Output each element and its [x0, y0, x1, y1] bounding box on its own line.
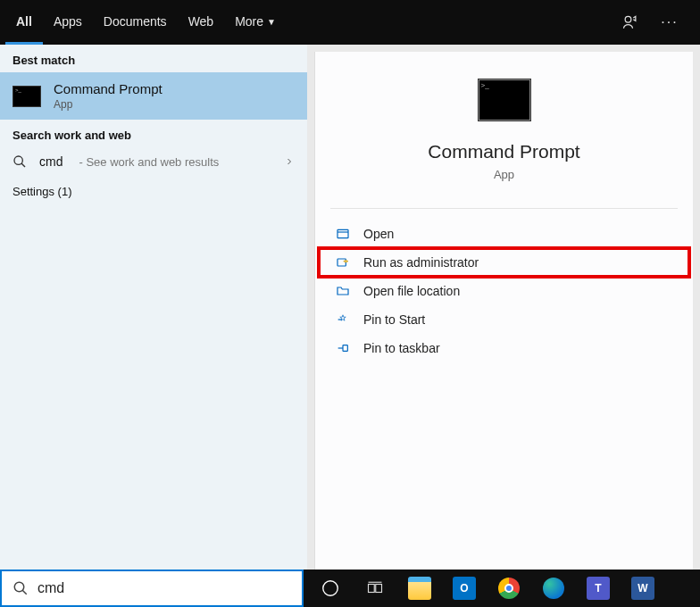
result-text: Command Prompt App	[54, 81, 162, 111]
tab-web-label: Web	[188, 14, 214, 29]
command-prompt-icon	[12, 86, 41, 107]
taskbar-file-explorer[interactable]	[398, 570, 441, 607]
svg-point-9	[14, 582, 24, 592]
teams-icon: T	[587, 577, 610, 600]
action-open-file-location[interactable]: Open file location	[319, 277, 689, 305]
result-subtitle: App	[54, 98, 162, 111]
tab-all[interactable]: All	[5, 0, 43, 45]
svg-point-0	[625, 16, 631, 22]
folder-location-icon	[335, 283, 351, 299]
tab-web[interactable]: Web	[178, 0, 225, 45]
svg-rect-8	[343, 345, 347, 352]
svg-rect-12	[369, 585, 375, 593]
taskbar: O T W	[304, 570, 700, 607]
taskbar-outlook[interactable]: O	[443, 570, 486, 607]
result-title: Command Prompt	[54, 81, 162, 96]
taskbar-chrome[interactable]	[488, 570, 530, 607]
taskbar-teams[interactable]: T	[577, 570, 620, 607]
search-web-header: Search work and web	[0, 120, 307, 147]
word-icon: W	[631, 577, 654, 600]
search-scope-tabs: All Apps Documents Web More ▼ ···	[0, 0, 700, 45]
preview-pane: Command Prompt App Open Run as administr…	[314, 52, 693, 570]
tab-documents-label: Documents	[104, 14, 167, 29]
app-preview-icon	[478, 79, 531, 121]
taskbar-cortana[interactable]	[309, 570, 352, 607]
outlook-icon: O	[453, 577, 476, 600]
app-preview-subtitle: App	[494, 168, 514, 181]
search-term-label: cmd	[39, 154, 62, 169]
action-pin-start-label: Pin to Start	[363, 312, 425, 327]
search-box[interactable]	[0, 570, 304, 607]
edge-icon	[543, 578, 564, 599]
svg-line-2	[21, 163, 25, 167]
result-command-prompt[interactable]: Command Prompt App	[0, 72, 307, 120]
action-pin-to-start[interactable]: Pin to Start	[319, 305, 689, 334]
tab-more-label: More	[235, 14, 263, 29]
search-web-row[interactable]: cmd - See work and web results	[0, 147, 307, 176]
svg-line-10	[22, 590, 27, 595]
taskbar-word[interactable]: W	[621, 570, 664, 607]
svg-rect-13	[376, 585, 382, 593]
action-pin-taskbar-label: Pin to taskbar	[363, 341, 440, 355]
search-input[interactable]	[38, 580, 291, 596]
tab-more[interactable]: More ▼	[224, 0, 287, 45]
folder-icon	[408, 577, 431, 600]
settings-row[interactable]: Settings (1)	[0, 176, 307, 207]
app-preview-title: Command Prompt	[428, 141, 579, 162]
tab-documents[interactable]: Documents	[93, 0, 178, 45]
svg-point-1	[14, 156, 22, 164]
taskbar-task-view[interactable]	[354, 570, 396, 607]
action-pin-to-taskbar[interactable]: Pin to taskbar	[319, 334, 689, 362]
action-run-as-administrator[interactable]: Run as administrator	[319, 248, 689, 277]
tab-all-label: All	[16, 14, 32, 29]
tab-apps[interactable]: Apps	[43, 0, 93, 45]
chrome-icon	[498, 578, 520, 599]
feedback-icon[interactable]	[612, 0, 648, 45]
results-pane: Best match Command Prompt App Search wor…	[0, 45, 307, 570]
more-options-icon[interactable]: ···	[652, 0, 688, 45]
actions-list: Open Run as administrator Open file loca…	[315, 209, 693, 362]
action-open-label: Open	[363, 227, 394, 241]
taskbar-edge[interactable]	[532, 570, 575, 607]
best-match-header: Best match	[0, 45, 307, 72]
search-icon	[12, 154, 27, 169]
svg-point-11	[323, 581, 338, 596]
svg-rect-5	[338, 259, 346, 266]
search-hint-label: - See work and web results	[79, 155, 219, 169]
tab-apps-label: Apps	[54, 14, 82, 29]
admin-shield-icon	[335, 254, 351, 270]
chevron-right-icon	[284, 156, 295, 167]
search-icon	[12, 580, 29, 596]
action-open[interactable]: Open	[319, 220, 689, 248]
chevron-down-icon: ▼	[267, 14, 276, 27]
action-run-admin-label: Run as administrator	[363, 255, 479, 270]
pin-start-icon	[335, 312, 351, 328]
action-open-location-label: Open file location	[363, 284, 460, 298]
svg-rect-3	[338, 229, 348, 237]
open-icon	[335, 226, 351, 242]
pin-taskbar-icon	[335, 340, 351, 356]
